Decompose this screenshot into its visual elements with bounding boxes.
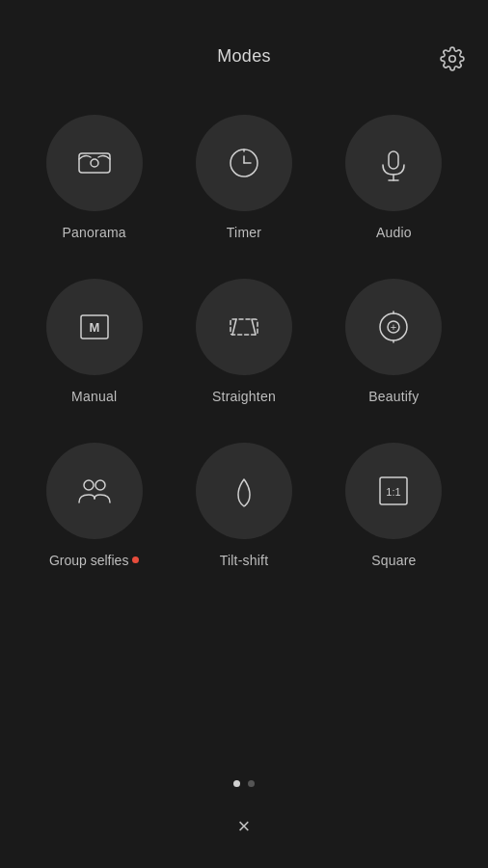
mode-circle-timer bbox=[196, 115, 292, 211]
mode-item-panorama[interactable]: Panorama bbox=[19, 115, 169, 240]
svg-line-14 bbox=[252, 319, 256, 335]
mode-label-panorama: Panorama bbox=[63, 225, 126, 240]
dot-page-2[interactable] bbox=[248, 780, 255, 787]
header: Modes bbox=[0, 0, 488, 86]
mode-label-square: Square bbox=[371, 553, 416, 568]
close-button[interactable]: × bbox=[238, 814, 251, 839]
mode-item-square[interactable]: 1:1 Square bbox=[319, 443, 469, 568]
svg-text:+: + bbox=[391, 321, 396, 333]
straighten-icon bbox=[223, 306, 265, 348]
mode-circle-tilt-shift bbox=[196, 443, 292, 539]
mode-label-straighten: Straighten bbox=[212, 389, 276, 404]
mode-label-manual: Manual bbox=[71, 389, 117, 404]
svg-text:M: M bbox=[89, 320, 99, 335]
beautify-icon: + bbox=[372, 306, 415, 348]
mode-item-timer[interactable]: Timer bbox=[169, 115, 318, 240]
svg-rect-7 bbox=[389, 151, 398, 169]
svg-point-20 bbox=[84, 480, 94, 490]
mode-label-group-selfies-wrapper: Group selfies bbox=[49, 553, 139, 568]
mode-circle-group-selfies bbox=[46, 443, 143, 539]
mode-circle-manual: M bbox=[46, 279, 143, 375]
mode-item-audio[interactable]: Audio bbox=[319, 115, 469, 240]
tilt-shift-icon bbox=[223, 470, 265, 512]
mode-circle-panorama bbox=[46, 115, 143, 211]
panorama-icon bbox=[73, 142, 116, 184]
svg-text:1:1: 1:1 bbox=[387, 486, 401, 498]
mode-item-beautify[interactable]: + Beautify bbox=[319, 279, 469, 404]
page-title: Modes bbox=[217, 46, 271, 67]
manual-icon: M bbox=[73, 306, 116, 348]
modes-grid: Panorama Timer Audio bbox=[0, 86, 488, 751]
svg-point-21 bbox=[95, 480, 105, 490]
group-selfies-badge bbox=[132, 556, 139, 563]
settings-icon[interactable] bbox=[440, 46, 465, 71]
timer-icon bbox=[223, 142, 265, 184]
mode-label-beautify: Beautify bbox=[368, 389, 419, 404]
mode-circle-beautify: + bbox=[345, 279, 442, 375]
mode-circle-audio bbox=[345, 115, 442, 211]
audio-icon bbox=[372, 142, 415, 184]
mode-label-tilt-shift: Tilt-shift bbox=[220, 553, 268, 568]
svg-point-2 bbox=[91, 159, 98, 167]
mode-item-manual[interactable]: M Manual bbox=[19, 279, 169, 404]
mode-item-straighten[interactable]: Straighten bbox=[169, 279, 318, 404]
svg-line-13 bbox=[232, 319, 236, 335]
group-selfies-icon bbox=[73, 470, 116, 512]
pagination-dots bbox=[233, 780, 255, 787]
mode-item-group-selfies[interactable]: Group selfies bbox=[19, 443, 169, 568]
svg-point-0 bbox=[449, 56, 456, 63]
dot-page-1[interactable] bbox=[233, 780, 240, 787]
square-icon: 1:1 bbox=[372, 470, 415, 512]
mode-label-audio: Audio bbox=[376, 225, 412, 240]
mode-label-group-selfies: Group selfies bbox=[49, 553, 128, 568]
mode-circle-straighten bbox=[196, 279, 292, 375]
mode-item-tilt-shift[interactable]: Tilt-shift bbox=[169, 443, 318, 568]
mode-circle-square: 1:1 bbox=[345, 443, 442, 539]
mode-label-timer: Timer bbox=[227, 225, 261, 240]
